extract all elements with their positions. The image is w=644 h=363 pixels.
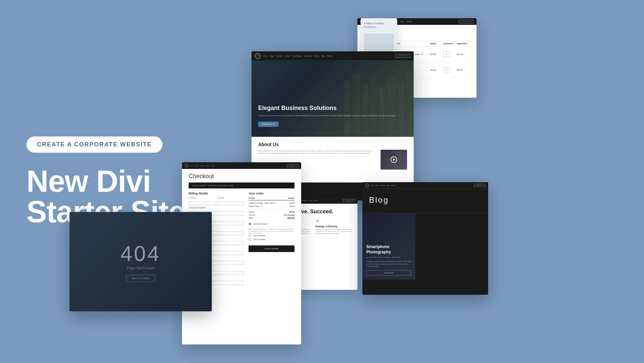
play-button[interactable] — [391, 156, 397, 163]
service-card-2: ↗ Strategy & Planning Navigate the compl… — [315, 217, 353, 236]
field-firstname: First name * — [189, 197, 215, 205]
order-table-header: Product Subtotal — [249, 197, 295, 200]
error-text: Page Not Found! — [127, 266, 154, 270]
play-icon — [393, 158, 395, 161]
order-section: Your order Product Subtotal Leather Pouc… — [249, 192, 295, 286]
lastname-input[interactable] — [217, 201, 244, 205]
service-title-2: Strategy & Planning — [315, 225, 353, 228]
read-more-button[interactable]: READ MORE — [366, 270, 411, 276]
payment-option-bank: Direct bank transfer — [249, 223, 295, 225]
screenshot-404: 404 Page Not Found! BACK TO HOME — [69, 212, 212, 311]
service-arrow-2: ↗ — [315, 219, 353, 224]
svg-rect-8 — [406, 72, 414, 137]
blog-nav-cta: CONTACT US — [474, 184, 485, 187]
blog-logo: D — [365, 183, 369, 187]
cart-qty-2[interactable]: 1 — [443, 67, 450, 73]
payment-option-cash: Cash on delivery — [249, 238, 295, 241]
payment-section: Direct bank transfer Make your payment d… — [249, 223, 295, 241]
screenshots-area: D Home About Services Case Studies Blog … — [182, 0, 644, 363]
order-total: Total $58.50 — [249, 217, 295, 219]
main-hero-cta[interactable]: WORK WITH US — [258, 122, 279, 127]
cart-nav-cta: CONTACT US — [459, 20, 474, 24]
main-hero: Elegant Business Solutions Transform you… — [252, 61, 414, 137]
blog-post-excerpt: Curabitur arcu erat, accumsan id imperdi… — [366, 260, 411, 268]
payment-option-check: Check payments — [249, 234, 295, 237]
checkout-coupon: Have a coupon? Click here to enter your … — [189, 182, 295, 188]
service-text-2: Navigate the complexities of business gr… — [315, 229, 353, 234]
checkout-nav: D Home About Services Blog Contact CONTA… — [182, 162, 301, 169]
back-home-button[interactable]: BACK TO HOME — [126, 275, 155, 282]
place-order-button[interactable]: PLACE ORDER — [249, 245, 295, 252]
badge-text: CREATE A CORPORATE WEBSITE — [37, 141, 152, 148]
screenshot-blog: D Home About Services Blog Contact CONTA… — [362, 182, 488, 295]
blog-post-card: Smartphone Photography by Jenny Doe | 10… — [362, 213, 488, 280]
blog-post-image: Smartphone Photography by Jenny Doe | 10… — [362, 213, 415, 280]
hero-content: Elegant Business Solutions Transform you… — [258, 105, 407, 127]
order-item-2: Interior Planner × 1 $40.00 — [249, 205, 295, 207]
payment-description: Make your payment directly into our bank… — [249, 227, 295, 234]
radio-cash[interactable] — [249, 238, 251, 241]
blog-nav: D Home About Services Blog Contact CONTA… — [362, 182, 488, 189]
order-title: Your order — [249, 192, 295, 195]
radio-bank[interactable] — [249, 223, 251, 225]
blog-post-overlay: Smartphone Photography by Jenny Doe | 10… — [362, 213, 415, 280]
hero-title-line1: New Divi — [26, 164, 151, 198]
main-nav-cta: CONTACT US — [395, 54, 410, 58]
blog-main-title: Blog — [369, 195, 482, 205]
about-image — [381, 150, 407, 170]
cart-qty[interactable]: 8 — [443, 52, 450, 57]
billing-title: Billing details — [189, 192, 244, 195]
main-nav-links: Home About Services Service Case Studies… — [263, 55, 393, 57]
services-nav-cta: CONTACT US — [343, 199, 355, 202]
main-nav-logo: D — [255, 53, 261, 59]
radio-check[interactable] — [249, 234, 251, 237]
badge: CREATE A CORPORATE WEBSITE — [26, 136, 162, 153]
blog-post-title: Smartphone Photography — [366, 244, 411, 255]
blog-post-meta: by Jenny Doe | 10 Jan | Category: Techno… — [366, 256, 411, 258]
right-panel-text: 4 Ways to Increase Conversion... — [364, 22, 394, 29]
order-item-1: Leather Pouch Bag - small, white × 8 $18… — [249, 202, 295, 204]
checkout-title: Checkout — [182, 169, 301, 182]
main-nav: D Home About Services Service Case Studi… — [252, 51, 414, 61]
checkout-logo: D — [185, 164, 189, 168]
error-code: 404 — [120, 241, 161, 266]
firstname-input[interactable] — [189, 201, 215, 205]
blog-title-section: Blog — [362, 189, 488, 213]
hero-background: Elegant Business Solutions Transform you… — [252, 61, 414, 137]
about-title: About Us — [258, 142, 407, 147]
main-hero-title: Elegant Business Solutions — [258, 105, 407, 112]
checkout-nav-cta: CONTACT US — [287, 164, 299, 167]
field-lastname: Last name — [217, 197, 244, 205]
order-subtotal: Subtotal $58.50 — [249, 211, 295, 213]
main-hero-text: Transform your business with our compreh… — [258, 115, 407, 117]
order-shipping: Shipping Free shipping — [249, 214, 295, 216]
form-row-name: First name * Last name — [189, 197, 244, 205]
